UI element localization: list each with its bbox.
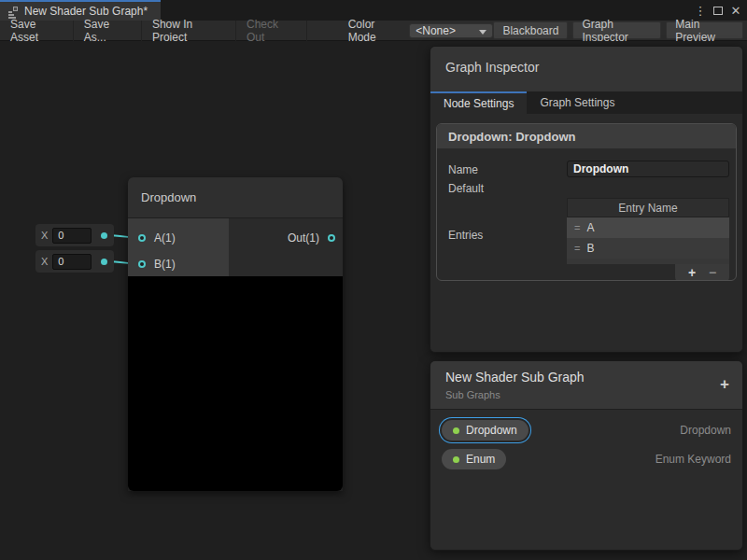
entry-name: B	[586, 242, 594, 255]
property-type-label: Enum Keyword	[655, 453, 731, 466]
port-dot-icon[interactable]	[101, 232, 107, 239]
property-type-label: Dropdown	[680, 424, 731, 437]
color-mode-dropdown[interactable]: <None>	[409, 23, 493, 38]
entries-table: Entry Name = A = B + −	[567, 198, 729, 281]
entries-footer-buttons: + −	[675, 264, 729, 281]
port-label: A(1)	[154, 231, 176, 245]
input-value-widget-a: X 0	[35, 224, 114, 246]
shader-graph-window: New Shader Sub Graph* ⋮ ✕ Save Asset Sav…	[0, 0, 747, 560]
inspector-title: Graph Inspector	[445, 60, 539, 75]
show-in-project-button[interactable]: Show In Project	[142, 21, 236, 41]
color-mode-label: Color Mode	[335, 18, 410, 44]
enum-property-pill[interactable]: Enum	[442, 449, 506, 469]
check-out-button: Check Out	[236, 21, 307, 41]
dropdown-node[interactable]: Dropdown A(1) B(1) Out(1)	[128, 177, 343, 491]
drag-handle-icon[interactable]: =	[574, 222, 579, 233]
node-preview	[128, 276, 343, 491]
blackboard-item-dropdown: Dropdown Dropdown	[442, 419, 731, 441]
port-icon[interactable]	[138, 260, 146, 268]
chevron-down-icon	[479, 30, 486, 35]
graph-inspector-panel: Graph Inspector Node Settings Graph Sett…	[430, 46, 743, 353]
node-port-area: A(1) B(1) Out(1)	[128, 218, 343, 276]
port-label: B(1)	[154, 258, 176, 271]
document-title: New Shader Sub Graph*	[24, 5, 148, 18]
input-port-b[interactable]: B(1)	[128, 251, 229, 277]
entry-row-b[interactable]: = B	[567, 238, 729, 259]
add-entry-button[interactable]: +	[688, 265, 696, 280]
property-dot-icon	[453, 456, 459, 463]
name-label: Name	[448, 163, 478, 176]
inspector-header[interactable]: Graph Inspector	[430, 47, 742, 91]
add-property-button[interactable]: +	[720, 376, 729, 392]
close-icon[interactable]: ✕	[728, 4, 743, 18]
graph-inspector-toggle-button[interactable]: Graph Inspector	[572, 21, 661, 39]
inspector-tabs: Node Settings Graph Settings	[430, 91, 742, 114]
toolbar-right-group: Blackboard Graph Inspector Main Preview	[493, 21, 747, 39]
blackboard-panel: New Shader Sub Graph Sub Graphs + Dropdo…	[430, 360, 743, 551]
node-outputs: Out(1)	[229, 218, 343, 276]
axis-label: X	[41, 230, 48, 241]
blackboard-header[interactable]: New Shader Sub Graph Sub Graphs +	[430, 361, 742, 410]
node-settings-section: Dropdown: Dropdown Name Dropdown Default…	[436, 123, 737, 281]
entries-label: Entries	[448, 229, 483, 242]
node-title[interactable]: Dropdown	[128, 177, 343, 218]
blackboard-subtitle: Sub Graphs	[445, 389, 742, 400]
output-port-out[interactable]: Out(1)	[229, 225, 343, 251]
menu-icon[interactable]: ⋮	[693, 4, 708, 18]
property-name: Dropdown	[466, 424, 517, 437]
input-port-a[interactable]: A(1)	[128, 225, 229, 251]
node-inputs: A(1) B(1)	[128, 218, 229, 276]
maximize-icon[interactable]	[713, 7, 723, 15]
tab-graph-settings[interactable]: Graph Settings	[527, 91, 627, 114]
drag-handle-icon[interactable]: =	[574, 243, 579, 254]
inspector-content: Dropdown: Dropdown Name Dropdown Default…	[430, 114, 742, 353]
blackboard-item-enum: Enum Enum Keyword	[442, 448, 731, 470]
port-icon[interactable]	[328, 234, 335, 242]
remove-entry-button[interactable]: −	[709, 265, 716, 280]
port-icon[interactable]	[138, 234, 146, 242]
name-field[interactable]: Dropdown	[567, 161, 729, 177]
blackboard-body: Dropdown Dropdown Enum Enum Keyword	[430, 410, 742, 470]
axis-label: X	[41, 256, 48, 267]
value-field[interactable]: 0	[52, 254, 92, 270]
blackboard-title: New Shader Sub Graph	[445, 370, 742, 385]
save-asset-button[interactable]: Save Asset	[0, 21, 74, 41]
property-dot-icon	[453, 427, 459, 434]
toolbar: Save Asset Save As... Show In Project Ch…	[0, 21, 747, 41]
main-preview-toggle-button[interactable]: Main Preview	[666, 21, 743, 39]
entries-table-header: Entry Name	[567, 198, 729, 217]
section-title: Dropdown: Dropdown	[437, 124, 736, 149]
shader-graph-icon	[7, 6, 20, 18]
default-label: Default	[448, 182, 484, 195]
save-as-button[interactable]: Save As...	[74, 21, 142, 41]
entry-row-a[interactable]: = A	[567, 217, 729, 238]
dropdown-property-pill[interactable]: Dropdown	[442, 420, 529, 441]
port-label: Out(1)	[288, 231, 319, 245]
value-field[interactable]: 0	[52, 228, 92, 244]
entry-name: A	[586, 221, 594, 234]
blackboard-toggle-button[interactable]: Blackboard	[493, 21, 568, 39]
property-name: Enum	[466, 453, 495, 466]
input-value-widget-b: X 0	[35, 250, 114, 273]
entries-footer: + −	[567, 264, 729, 281]
color-mode-value: <None>	[416, 24, 456, 37]
tab-node-settings[interactable]: Node Settings	[430, 91, 527, 114]
port-dot-icon[interactable]	[101, 259, 107, 265]
